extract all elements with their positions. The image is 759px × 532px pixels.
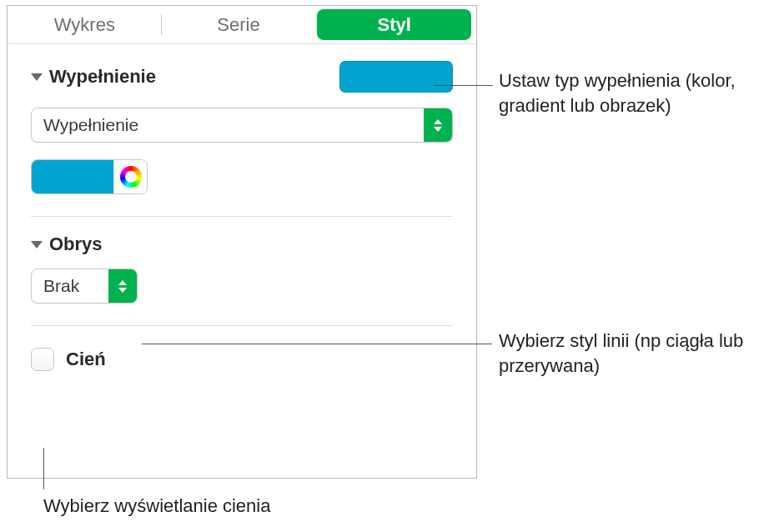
fill-color-picker[interactable] xyxy=(31,159,148,194)
color-wheel-icon xyxy=(120,166,142,188)
fill-type-dropdown[interactable]: Wypełnienie xyxy=(31,108,453,143)
tab-series[interactable]: Serie xyxy=(162,6,316,43)
chevron-down-icon xyxy=(31,73,43,81)
shadow-checkbox[interactable] xyxy=(31,348,54,371)
chevron-down-icon xyxy=(31,241,43,248)
dropdown-stepper-icon xyxy=(108,269,137,303)
dropdown-stepper-icon xyxy=(424,108,452,142)
tab-bar: Wykres Serie Styl xyxy=(8,6,476,44)
fill-color-swatch[interactable] xyxy=(339,61,453,93)
callout-shadow: Wybierz wyświetlanie cienia xyxy=(43,494,270,519)
stroke-style-dropdown[interactable]: Brak xyxy=(31,269,138,304)
tab-style[interactable]: Styl xyxy=(317,9,471,40)
callout-line xyxy=(43,448,44,489)
shadow-row: Cień xyxy=(8,326,476,371)
fill-type-value: Wypełnienie xyxy=(32,108,424,142)
stroke-style-value: Brak xyxy=(32,269,108,303)
fill-section: Wypełnienie Wypełnienie xyxy=(8,44,476,194)
stroke-title: Obrys xyxy=(49,233,103,255)
callout-line xyxy=(142,344,492,344)
stroke-header[interactable]: Obrys xyxy=(31,233,453,255)
style-panel: Wykres Serie Styl Wypełnienie Wypełnieni… xyxy=(7,5,477,479)
fill-title: Wypełnienie xyxy=(49,66,156,88)
color-wheel-button[interactable] xyxy=(113,160,147,193)
tab-chart[interactable]: Wykres xyxy=(8,6,162,43)
stroke-section: Obrys Brak xyxy=(8,217,476,304)
fill-header[interactable]: Wypełnienie xyxy=(31,66,156,88)
callout-fill-type: Ustaw typ wypełnienia (kolor, gradient l… xyxy=(499,68,749,118)
fill-color-current xyxy=(32,160,113,193)
callout-line xyxy=(435,85,493,86)
callout-line-style: Wybierz styl linii (np ciągła lub przery… xyxy=(499,329,757,378)
shadow-label: Cień xyxy=(66,349,106,370)
